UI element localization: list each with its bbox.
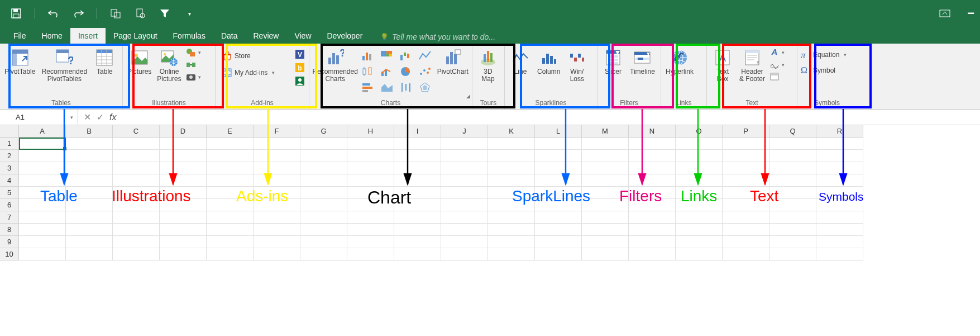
row-header[interactable]: 6	[0, 199, 19, 211]
cell[interactable]	[769, 248, 816, 261]
cell[interactable]	[113, 211, 160, 224]
cell[interactable]	[394, 224, 441, 236]
cell[interactable]	[582, 236, 629, 248]
cell[interactable]	[582, 211, 629, 224]
cell[interactable]	[535, 174, 582, 187]
col-header[interactable]: I	[394, 125, 441, 138]
cell[interactable]	[394, 236, 441, 248]
header-footer-button[interactable]: # Header & Footer	[737, 46, 767, 84]
cell[interactable]	[113, 236, 160, 248]
table-button[interactable]: Table	[91, 46, 118, 77]
pivottable-button[interactable]: PivotTable	[2, 46, 37, 77]
redo-icon[interactable]	[72, 7, 84, 20]
tab-page-layout[interactable]: Page Layout	[106, 28, 165, 44]
col-header[interactable]: C	[113, 125, 160, 138]
cell[interactable]	[441, 150, 488, 162]
col-header[interactable]: E	[207, 125, 254, 138]
col-header[interactable]: A	[19, 125, 66, 138]
col-header[interactable]: K	[488, 125, 535, 138]
cell[interactable]	[300, 211, 347, 224]
cell[interactable]	[66, 211, 113, 224]
cell[interactable]	[394, 162, 441, 174]
cell[interactable]	[66, 248, 113, 261]
cell[interactable]	[769, 138, 816, 150]
cell[interactable]	[488, 248, 535, 261]
cell[interactable]	[300, 199, 347, 211]
formula-input[interactable]	[122, 110, 980, 125]
cell[interactable]	[629, 236, 676, 248]
col-header[interactable]: J	[441, 125, 488, 138]
my-addins-button[interactable]: My Add-ins▾	[221, 67, 292, 78]
cell[interactable]	[535, 138, 582, 150]
cell[interactable]	[66, 224, 113, 236]
bar-chart-icon[interactable]	[360, 81, 376, 94]
col-header[interactable]: O	[676, 125, 723, 138]
cell[interactable]	[723, 248, 769, 261]
cell[interactable]	[488, 211, 535, 224]
cell[interactable]	[769, 174, 816, 187]
undo-icon[interactable]	[47, 7, 60, 20]
cell[interactable]	[676, 211, 723, 224]
cell[interactable]	[816, 211, 863, 224]
cell[interactable]	[207, 174, 254, 187]
cell[interactable]	[160, 248, 207, 261]
cell[interactable]	[19, 162, 66, 174]
shapes-button[interactable]: ▾	[185, 47, 202, 58]
ribbon-options-icon[interactable]	[939, 10, 950, 17]
row-header[interactable]: 8	[0, 224, 19, 236]
row-header[interactable]: 4	[0, 174, 19, 187]
cell[interactable]	[582, 150, 629, 162]
cell[interactable]	[113, 248, 160, 261]
cell[interactable]	[629, 248, 676, 261]
tab-insert[interactable]: Insert	[70, 28, 106, 44]
radar-chart-icon[interactable]	[417, 81, 433, 94]
wordart-button[interactable]: A▾	[768, 47, 786, 58]
sparkline-line-button[interactable]: Line	[507, 46, 534, 77]
cell[interactable]	[207, 138, 254, 150]
cell[interactable]	[207, 150, 254, 162]
slicer-button[interactable]: Slicer	[600, 46, 627, 77]
cell[interactable]	[676, 236, 723, 248]
cell[interactable]	[769, 150, 816, 162]
line-chart-icon[interactable]	[417, 49, 433, 63]
cell[interactable]	[254, 211, 300, 224]
cell[interactable]	[629, 211, 676, 224]
cell[interactable]	[347, 138, 394, 150]
cell[interactable]	[441, 138, 488, 150]
cell[interactable]	[207, 224, 254, 236]
touch-mode-icon[interactable]	[109, 7, 122, 20]
sparkline-winloss-button[interactable]: Win/ Loss	[563, 46, 590, 84]
cell[interactable]	[254, 150, 300, 162]
filter-icon[interactable]	[159, 7, 171, 20]
cell[interactable]	[300, 236, 347, 248]
cell[interactable]	[113, 224, 160, 236]
area-chart-icon[interactable]	[379, 81, 395, 94]
cell[interactable]	[160, 211, 207, 224]
tab-review[interactable]: Review	[246, 28, 287, 44]
cell[interactable]	[19, 150, 66, 162]
cell[interactable]	[488, 138, 535, 150]
cell[interactable]	[535, 236, 582, 248]
hierarchy-chart-icon[interactable]	[379, 49, 395, 63]
cell[interactable]	[160, 138, 207, 150]
scatter-chart-icon[interactable]	[417, 65, 433, 78]
cell[interactable]	[441, 224, 488, 236]
col-header[interactable]: G	[300, 125, 347, 138]
cell[interactable]	[582, 174, 629, 187]
cell[interactable]	[19, 138, 66, 150]
pie-chart-icon[interactable]	[398, 65, 414, 78]
cell[interactable]	[347, 150, 394, 162]
column-chart-icon[interactable]	[360, 49, 376, 63]
cell[interactable]	[488, 174, 535, 187]
cell[interactable]	[676, 248, 723, 261]
hyperlink-button[interactable]: Hyperlink	[663, 46, 696, 77]
cell[interactable]	[347, 248, 394, 261]
cell[interactable]	[160, 174, 207, 187]
cell[interactable]	[347, 174, 394, 187]
cell[interactable]	[160, 236, 207, 248]
cell[interactable]	[347, 224, 394, 236]
cell[interactable]	[207, 236, 254, 248]
cell[interactable]	[160, 162, 207, 174]
cell[interactable]	[441, 162, 488, 174]
cell[interactable]	[769, 236, 816, 248]
